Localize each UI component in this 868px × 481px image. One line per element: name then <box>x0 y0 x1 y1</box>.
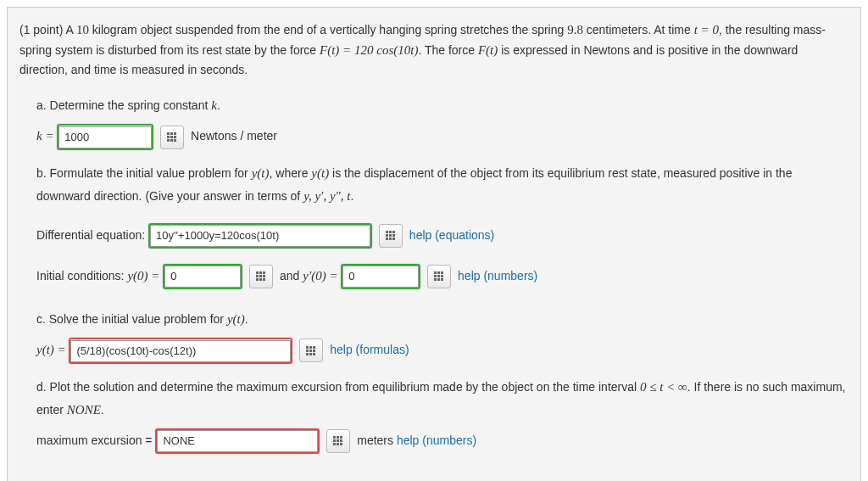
svg-rect-9 <box>386 231 388 233</box>
ic-row: Initial conditions: y(0) = 0 and y′(0) =… <box>36 264 849 289</box>
svg-rect-35 <box>441 278 443 281</box>
svg-rect-4 <box>170 136 173 138</box>
svg-rect-10 <box>389 231 392 233</box>
de-input[interactable]: 10y''+1000y=120cos(10t) <box>150 225 370 247</box>
svg-rect-21 <box>256 275 259 277</box>
svg-rect-27 <box>434 271 437 274</box>
svg-rect-7 <box>170 139 173 142</box>
svg-rect-52 <box>337 443 339 445</box>
keypad-icon[interactable] <box>160 126 184 149</box>
help-numbers-link[interactable]: help (numbers) <box>397 433 476 446</box>
svg-rect-14 <box>392 234 395 237</box>
yp0-input[interactable]: 0 <box>342 266 419 288</box>
problem-intro: (1 point) A 10 kilogram object suspended… <box>19 20 849 79</box>
svg-rect-46 <box>337 436 339 439</box>
yt-equals-label: y(t) = <box>36 343 69 356</box>
svg-rect-19 <box>259 271 262 274</box>
svg-rect-22 <box>259 275 262 277</box>
k-input[interactable]: 1000 <box>58 126 152 148</box>
svg-rect-36 <box>306 346 309 349</box>
points-label: (1 point) <box>19 23 63 36</box>
svg-rect-13 <box>389 234 392 237</box>
svg-rect-24 <box>256 278 259 281</box>
part-a: a. Determine the spring constant k. k = … <box>36 94 849 149</box>
problem-container: (1 point) A 10 kilogram object suspended… <box>7 7 861 481</box>
svg-rect-15 <box>386 238 388 240</box>
svg-rect-30 <box>434 275 437 277</box>
svg-rect-41 <box>313 350 315 352</box>
part-c-answer-row: y(t) = (5/18)(cos(10t)-cos(12t)) help (f… <box>36 338 849 363</box>
svg-rect-17 <box>392 238 395 240</box>
svg-rect-39 <box>306 350 309 352</box>
max-excursion-label: maximum excursion = <box>36 433 155 446</box>
help-formulas-link[interactable]: help (formulas) <box>330 343 409 356</box>
svg-rect-32 <box>441 275 443 277</box>
max-units: meters <box>357 433 397 446</box>
svg-rect-50 <box>340 439 342 442</box>
svg-rect-53 <box>340 443 342 445</box>
part-d-answer-row: maximum excursion = NONE meters help (nu… <box>36 428 849 454</box>
yt-input[interactable]: (5/18)(cos(10t)-cos(12t)) <box>70 340 291 362</box>
keypad-icon[interactable] <box>249 265 273 288</box>
svg-rect-6 <box>167 139 170 142</box>
svg-rect-45 <box>333 436 336 439</box>
k-units: Newtons / meter <box>191 129 277 143</box>
part-a-answer-row: k = 1000 Newtons / meter <box>36 124 849 149</box>
svg-rect-8 <box>174 139 176 142</box>
svg-rect-20 <box>263 271 265 274</box>
keypad-icon[interactable] <box>379 224 403 248</box>
part-a-prompt: a. Determine the spring constant k. <box>36 94 849 117</box>
keypad-icon[interactable] <box>326 429 350 453</box>
part-b-prompt: b. Formulate the initial value problem f… <box>36 162 849 208</box>
svg-rect-44 <box>313 353 315 355</box>
svg-rect-0 <box>167 132 170 135</box>
k-equals-label: k = <box>36 129 57 143</box>
svg-rect-16 <box>389 238 392 240</box>
svg-rect-37 <box>309 346 312 349</box>
svg-rect-48 <box>333 439 336 442</box>
svg-rect-43 <box>309 353 312 355</box>
svg-rect-2 <box>174 132 176 135</box>
svg-rect-29 <box>441 271 443 274</box>
svg-rect-11 <box>392 231 395 233</box>
part-c-prompt: c. Solve the initial value problem for y… <box>36 308 849 331</box>
svg-rect-5 <box>174 136 176 138</box>
y0-input[interactable]: 0 <box>164 266 241 288</box>
max-excursion-input[interactable]: NONE <box>157 430 318 452</box>
svg-rect-3 <box>167 136 170 138</box>
svg-rect-42 <box>306 353 309 355</box>
keypad-icon[interactable] <box>427 265 451 288</box>
svg-rect-31 <box>437 275 440 277</box>
part-b: b. Formulate the initial value problem f… <box>36 162 849 290</box>
svg-rect-18 <box>256 271 259 274</box>
part-c: c. Solve the initial value problem for y… <box>36 308 849 363</box>
svg-rect-34 <box>437 278 440 281</box>
ic-label: Initial conditions: <box>36 269 127 282</box>
svg-rect-40 <box>309 350 312 352</box>
de-label: Differential equation: <box>36 228 145 242</box>
svg-rect-12 <box>386 234 388 237</box>
svg-rect-51 <box>333 443 336 445</box>
svg-rect-47 <box>340 436 342 439</box>
part-d-prompt: d. Plot the solution and determine the m… <box>36 376 849 422</box>
help-numbers-link[interactable]: help (numbers) <box>458 269 537 282</box>
svg-rect-1 <box>170 132 173 135</box>
part-d: d. Plot the solution and determine the m… <box>36 376 849 454</box>
svg-rect-49 <box>337 439 339 442</box>
svg-rect-33 <box>434 278 437 281</box>
svg-rect-26 <box>263 278 265 281</box>
svg-rect-25 <box>259 278 262 281</box>
svg-rect-28 <box>437 271 440 274</box>
help-equations-link[interactable]: help (equations) <box>409 228 494 242</box>
svg-rect-38 <box>313 346 315 349</box>
de-row: Differential equation: 10y''+1000y=120co… <box>36 223 849 249</box>
svg-rect-23 <box>263 275 265 277</box>
keypad-icon[interactable] <box>299 338 323 362</box>
